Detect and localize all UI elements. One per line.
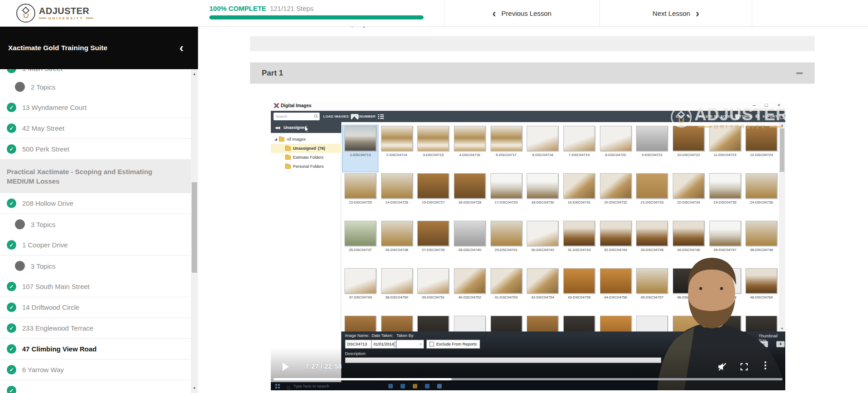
sidebar-item[interactable]: ✓14 Driftwood Circle <box>0 297 198 318</box>
exclude-from-reports-checkbox[interactable]: Exclude From Reports <box>426 340 480 349</box>
settings-button[interactable]: SETTINGS ⚙ <box>735 111 760 122</box>
image-thumbnail[interactable]: 11-DSC04723 <box>707 125 743 172</box>
image-thumbnail[interactable]: 37-DSC04749 <box>342 267 378 315</box>
image-thumbnail[interactable]: 29-DSC04741 <box>488 220 524 267</box>
image-thumbnail[interactable]: 22-DSC04734 <box>670 172 707 220</box>
scrollbar-thumb[interactable] <box>192 182 197 273</box>
image-thumbnail[interactable]: 3-DSC04715 <box>415 125 451 172</box>
image-thumbnail[interactable]: 41-DSC04753 <box>488 267 524 315</box>
image-thumbnail[interactable]: 32-DSC04744 <box>598 220 634 267</box>
image-thumbnail[interactable]: 17-DSC04729 <box>488 172 524 220</box>
image-thumbnail[interactable]: 31-DSC04743 <box>561 220 597 267</box>
image-thumbnail[interactable]: 2-DSC04714 <box>379 125 415 172</box>
image-thumbnail[interactable]: 5-DSC04717 <box>488 125 524 172</box>
expander-icon[interactable] <box>274 138 277 141</box>
image-thumbnail[interactable]: 6-DSC04718 <box>524 125 561 172</box>
previous-lesson-button[interactable]: ‹ Previous Lesson <box>444 0 599 27</box>
image-thumbnail[interactable]: 23-DSC04735 <box>707 172 743 220</box>
image-thumbnail[interactable]: 40-DSC04752 <box>452 267 488 315</box>
video-scrubber[interactable] <box>274 378 783 380</box>
fullscreen-icon[interactable] <box>740 363 748 371</box>
image-thumbnail[interactable] <box>488 315 524 331</box>
image-thumbnail[interactable]: 7-DSC04719 <box>561 125 597 172</box>
sidebar-item-partial[interactable]: ✓ <box>0 380 198 393</box>
image-thumbnail[interactable]: 20-DSC04732 <box>598 172 634 220</box>
image-thumbnail[interactable]: 19-DSC04731 <box>561 172 597 220</box>
sidebar-collapse-icon[interactable]: ‹ <box>179 43 184 53</box>
image-thumbnail[interactable]: 43-DSC04755 <box>561 267 597 315</box>
adjuster-university-logo[interactable]: ADJUSTER UNIVERSITY <box>16 4 93 23</box>
sidebar-item[interactable]: ✓1 Main Street <box>0 69 198 76</box>
kebab-menu-icon[interactable] <box>764 361 766 371</box>
image-thumbnail[interactable] <box>415 315 451 331</box>
scroll-down-icon[interactable]: ▼ <box>191 386 198 390</box>
image-thumbnail[interactable]: 16-DSC04728 <box>452 172 488 220</box>
image-thumbnail[interactable]: 38-DSC04750 <box>379 267 415 315</box>
image-thumbnail[interactable]: 18-DSC04730 <box>524 172 561 220</box>
scroll-up-icon[interactable]: ▲ <box>191 72 198 76</box>
maximize-icon[interactable]: □ <box>762 102 771 108</box>
tree-item[interactable]: Personal Folders <box>271 162 341 171</box>
taken-by-input[interactable]: × <box>396 340 424 349</box>
image-thumbnail[interactable]: 28-DSC04740 <box>452 220 488 267</box>
sidebar-item[interactable]: 2 Topics <box>0 76 198 97</box>
image-thumbnail[interactable] <box>452 315 488 331</box>
sidebar-item[interactable]: ✓500 Perk Street <box>0 139 198 160</box>
collapse-minus-icon[interactable] <box>796 72 803 74</box>
scrollbar-thumb[interactable] <box>780 128 784 172</box>
clear-icon[interactable]: × <box>420 342 422 346</box>
image-thumbnail[interactable]: 25-DSC04737 <box>342 220 378 267</box>
image-thumbnail[interactable]: 4-DSC04716 <box>452 125 488 172</box>
video-player[interactable]: Digital Images – □ × Search LOAD IMAGES … <box>271 101 785 390</box>
panel-collapse-icon[interactable]: ◀◀ <box>275 126 279 130</box>
scroll-up-icon[interactable]: ▲ <box>779 123 785 127</box>
image-thumbnail[interactable]: 9-DSC04721 <box>634 125 670 172</box>
image-thumbnail[interactable]: 12-DSC04724 <box>743 125 779 172</box>
image-thumbnail[interactable]: 26-DSC04738 <box>379 220 415 267</box>
image-thumbnail[interactable]: 44-DSC04756 <box>598 267 634 315</box>
sidebar-item[interactable]: ✓208 Hollow Drive <box>0 193 198 214</box>
image-thumbnail[interactable] <box>379 315 415 331</box>
image-thumbnail[interactable]: 8-DSC04720 <box>598 125 634 172</box>
image-thumbnail[interactable]: 10-DSC04722 <box>670 125 707 172</box>
image-thumbnail[interactable]: 42-DSC04754 <box>524 267 561 315</box>
sidebar-item[interactable]: 3 Topics <box>0 214 198 235</box>
close-icon[interactable]: × <box>774 102 783 108</box>
next-lesson-button[interactable]: Next Lesson › <box>600 0 752 27</box>
tree-item[interactable]: All Images <box>271 135 341 144</box>
sidebar-item[interactable]: ✓42 May Street <box>0 118 198 139</box>
minimize-icon[interactable]: – <box>750 102 759 108</box>
checkbox-icon[interactable] <box>429 342 434 346</box>
image-thumbnail[interactable]: 30-DSC04742 <box>524 220 561 267</box>
image-thumbnail[interactable] <box>342 315 378 331</box>
sidebar-item[interactable]: ✓233 Englewood Terrace <box>0 318 198 339</box>
image-thumbnail[interactable]: 15-DSC04727 <box>415 172 451 220</box>
image-thumbnail[interactable]: 14-DSC04726 <box>379 172 415 220</box>
edit-button[interactable]: EDIT ✎ <box>676 111 691 122</box>
image-thumbnail[interactable]: 24-DSC04736 <box>743 172 779 220</box>
delete-selected-button[interactable]: DELETE SELECTED <box>698 111 740 122</box>
mute-icon[interactable] <box>717 362 727 372</box>
image-thumbnail[interactable]: 1-DSC04713 <box>342 125 378 172</box>
sidebar-item[interactable]: ✓107 South Main Street <box>0 276 198 297</box>
image-thumbnail[interactable] <box>561 315 597 331</box>
sidebar-item[interactable]: ✓6 Yarrow Way <box>0 360 198 380</box>
sidebar-item[interactable]: ✓1 Cooper Drive <box>0 235 198 256</box>
renumber-button[interactable]: RENUMBER <box>355 111 384 122</box>
search-input[interactable]: Search <box>274 113 320 120</box>
tree-item[interactable]: Unassigned(76) <box>271 144 341 153</box>
image-thumbnail[interactable]: 21-DSC04733 <box>634 172 670 220</box>
image-thumbnail[interactable] <box>598 315 634 331</box>
image-thumbnail[interactable] <box>524 315 561 331</box>
sidebar-item[interactable]: ✓13 Wyndamere Court <box>0 97 198 118</box>
sidebar-item[interactable]: 3 Topics <box>0 256 198 276</box>
image-thumbnail[interactable]: 27-DSC04739 <box>415 220 451 267</box>
image-thumbnail[interactable]: 13-DSC04725 <box>342 172 378 220</box>
tree-item[interactable]: Estimate Folders <box>271 153 341 162</box>
play-button[interactable] <box>283 363 289 371</box>
sidebar-item[interactable]: ✓47 Climbing View Road <box>0 339 198 360</box>
load-images-button[interactable]: LOAD IMAGES <box>323 111 359 122</box>
part-1-section-header[interactable]: Part 1 <box>250 62 815 84</box>
export-button[interactable]: EXPORT <box>763 111 785 122</box>
image-thumbnail[interactable]: 39-DSC04751 <box>415 267 451 315</box>
